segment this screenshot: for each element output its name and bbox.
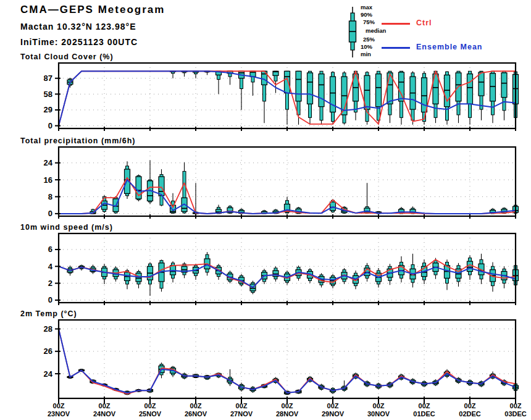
x-label-time: 00Z xyxy=(419,402,430,410)
box-25-75 xyxy=(319,74,324,107)
box-25-75 xyxy=(376,74,382,107)
box-25-75 xyxy=(330,77,336,112)
meteogram: CMA—GEPS Meteogram Mactan 10.32°N 123.98… xyxy=(0,0,531,420)
panel-title-wind: 10m wind speed (m/s) xyxy=(20,223,113,232)
box-25-75 xyxy=(490,74,496,101)
y-tick-label: 87 xyxy=(44,74,52,83)
box-25-75 xyxy=(296,71,301,101)
ctrl-line-temp xyxy=(59,329,516,394)
box-25-75 xyxy=(467,74,473,104)
ensemble-mean-line-temp xyxy=(59,329,516,393)
x-label-time: 00Z xyxy=(464,402,476,410)
y-tick-label: 0 xyxy=(48,121,52,130)
box-25-75 xyxy=(285,71,290,93)
x-label-day: 30NOV xyxy=(367,410,390,418)
y-tick-label: 0 xyxy=(48,295,52,304)
x-label-day: 26NOV xyxy=(185,410,207,418)
box-25-75 xyxy=(159,177,164,196)
x-label-day: 27NOV xyxy=(230,410,253,418)
x-label-day: 23NOV xyxy=(48,410,70,418)
x-label-day: 25NOV xyxy=(139,410,162,418)
y-tick-label: 24 xyxy=(44,158,53,167)
y-tick-label: 16 xyxy=(44,175,52,185)
y-tick-label: 28 xyxy=(44,324,52,334)
x-label-day: 29NOV xyxy=(322,410,345,418)
x-label-time: 00Z xyxy=(510,402,522,410)
panel-title-precip: Total precipitation (mm/6h) xyxy=(20,136,136,145)
y-tick-label: 26 xyxy=(44,346,52,356)
x-label-time: 00Z xyxy=(190,402,202,410)
box-25-75 xyxy=(422,78,427,112)
x-label-time: 00Z xyxy=(373,402,385,410)
meteogram-panels: 0295887Total Cloud Cover (%)081624Total … xyxy=(0,0,531,420)
y-tick-label: 58 xyxy=(44,90,52,99)
box-25-75 xyxy=(501,73,507,98)
x-label-day: 02DEC xyxy=(459,410,481,418)
box-25-75 xyxy=(307,73,313,104)
x-label-time: 00Z xyxy=(99,402,111,410)
box-25-75 xyxy=(330,202,336,211)
x-label-time: 00Z xyxy=(144,402,156,410)
panel-title-temp: 2m Temp (°C) xyxy=(20,309,77,318)
box-25-75 xyxy=(399,72,404,101)
x-label-day: 01DEC xyxy=(413,410,435,418)
panel-title-cloud: Total Cloud Cover (%) xyxy=(20,52,114,61)
y-tick-label: 29 xyxy=(44,105,52,114)
x-label-day: 24NOV xyxy=(93,410,116,418)
y-tick-label: 2 xyxy=(48,279,52,288)
x-label-time: 00Z xyxy=(53,402,65,410)
x-label-time: 00Z xyxy=(327,402,339,410)
x-label-day: 03DEC xyxy=(504,410,527,418)
x-label-time: 00Z xyxy=(236,402,248,410)
x-label-time: 00Z xyxy=(282,402,293,410)
x-label-day: 28NOV xyxy=(276,410,299,418)
y-tick-label: 6 xyxy=(48,245,52,254)
box-25-75 xyxy=(479,72,484,96)
box-25-75 xyxy=(445,75,450,106)
y-tick-label: 0 xyxy=(48,209,52,218)
y-tick-label: 4 xyxy=(48,262,53,271)
y-tick-label: 24 xyxy=(44,369,53,379)
y-tick-label: 8 xyxy=(48,192,52,201)
